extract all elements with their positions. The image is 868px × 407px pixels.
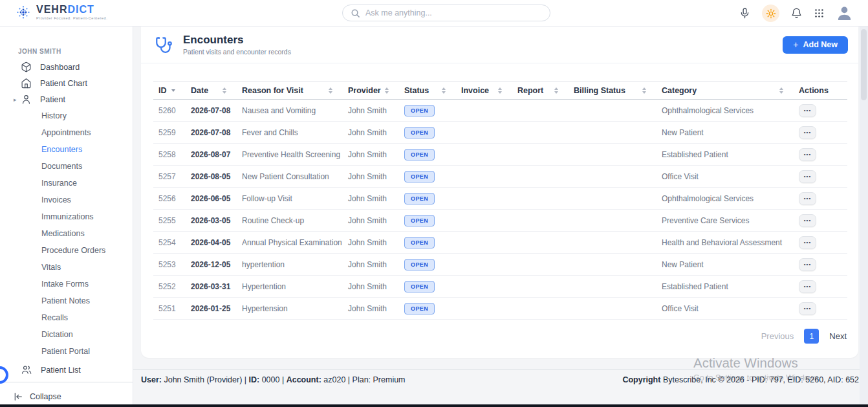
cell-id: 5258 bbox=[153, 144, 186, 166]
collapse-label: Collapse bbox=[30, 392, 61, 401]
cell-date: 2026-08-05 bbox=[186, 166, 237, 188]
sidebar-subitem-label: Invoices bbox=[41, 195, 71, 204]
row-actions-button[interactable]: ••• bbox=[799, 302, 816, 315]
ellipsis-icon: ••• bbox=[804, 305, 811, 311]
sidebar-item-dashboard[interactable]: Dashboard bbox=[0, 59, 133, 75]
cell-actions: ••• bbox=[794, 210, 847, 232]
column-header[interactable]: Date bbox=[186, 82, 237, 100]
cell-date: 2026-04-05 bbox=[186, 232, 237, 254]
cube-icon bbox=[21, 61, 32, 72]
column-header[interactable]: Report bbox=[512, 82, 569, 100]
cell-invoice bbox=[456, 100, 512, 122]
sidebar-item-patient-list[interactable]: Patient List bbox=[0, 362, 133, 378]
cell-date: 2026-06-05 bbox=[186, 188, 237, 210]
sidebar-subitem[interactable]: Vitals bbox=[0, 259, 133, 276]
pagination: Previous 1 Next bbox=[141, 329, 847, 344]
sidebar-subitem[interactable]: Patient Portal bbox=[0, 343, 133, 360]
column-header[interactable]: Invoice bbox=[456, 82, 512, 100]
table-row: 5259 2026-07-08 Fever and Chills John Sm… bbox=[153, 122, 847, 144]
sidebar-subitem[interactable]: History bbox=[0, 107, 133, 124]
row-actions-button[interactable]: ••• bbox=[799, 280, 816, 293]
sidebar-subitem-label: Intake Forms bbox=[41, 280, 89, 289]
search-input[interactable] bbox=[365, 8, 542, 17]
cell-provider: John Smith bbox=[343, 144, 399, 166]
cell-category: New Patient bbox=[656, 254, 794, 276]
sidebar-subitem[interactable]: Intake Forms bbox=[0, 276, 133, 292]
ellipsis-icon: ••• bbox=[804, 283, 811, 289]
microphone-icon[interactable] bbox=[739, 6, 751, 21]
pagination-page-1[interactable]: 1 bbox=[804, 329, 819, 344]
sidebar-subitem[interactable]: Dictation bbox=[0, 326, 133, 343]
sidebar-subitem[interactable]: Encounters bbox=[0, 141, 133, 158]
ellipsis-icon: ••• bbox=[804, 151, 811, 157]
column-header[interactable]: Reason for Visit bbox=[237, 82, 343, 100]
user-avatar[interactable] bbox=[836, 5, 853, 22]
status-badge: OPEN bbox=[404, 215, 435, 226]
column-header[interactable]: Billing Status bbox=[569, 82, 656, 100]
cell-actions: ••• bbox=[794, 144, 847, 166]
table-header-row: ID Date bbox=[153, 82, 847, 100]
sidebar-item-patient-chart[interactable]: Patient Chart bbox=[0, 75, 133, 91]
row-actions-button[interactable]: ••• bbox=[799, 236, 816, 249]
row-actions-button[interactable]: ••• bbox=[799, 104, 816, 117]
pagination-previous[interactable]: Previous bbox=[761, 331, 794, 341]
sidebar-subitem[interactable]: Documents bbox=[0, 158, 133, 175]
sidebar-item-label: Patient List bbox=[41, 366, 81, 375]
sidebar: JOHN SMITH Dashboard Patient Chart ▸ Pat… bbox=[0, 27, 133, 404]
cell-invoice bbox=[456, 122, 512, 144]
cell-billing-status bbox=[569, 276, 656, 298]
sidebar-item-patient[interactable]: ▸ Patient bbox=[0, 91, 133, 107]
row-actions-button[interactable]: ••• bbox=[799, 192, 816, 205]
status-badge: OPEN bbox=[404, 171, 435, 182]
cell-category: Ophthalmological Services bbox=[656, 100, 794, 122]
sidebar-subitem[interactable]: Immunizations bbox=[0, 208, 133, 225]
row-actions-button[interactable]: ••• bbox=[799, 148, 816, 161]
cell-invoice bbox=[456, 232, 512, 254]
cell-status: OPEN bbox=[399, 144, 456, 166]
pagination-next[interactable]: Next bbox=[829, 331, 847, 341]
window-bottom-edge bbox=[0, 404, 868, 407]
sidebar-item-label: Patient bbox=[40, 95, 65, 104]
status-badge: OPEN bbox=[404, 193, 435, 204]
cell-provider: John Smith bbox=[343, 122, 399, 144]
ellipsis-icon: ••• bbox=[804, 107, 811, 113]
sidebar-subitem-label: Recalls bbox=[41, 313, 68, 322]
collapse-button[interactable]: Collapse bbox=[0, 382, 133, 402]
sidebar-subitem[interactable]: Patient Notes bbox=[0, 292, 133, 309]
cell-status: OPEN bbox=[399, 188, 456, 210]
stethoscope-icon bbox=[155, 36, 173, 54]
cell-invoice bbox=[456, 188, 512, 210]
collapse-icon bbox=[13, 391, 23, 402]
cell-report bbox=[512, 254, 569, 276]
column-header[interactable]: Actions bbox=[794, 82, 847, 100]
vertical-scrollbar-thumb[interactable] bbox=[861, 29, 867, 100]
sidebar-subitem[interactable]: Invoices bbox=[0, 192, 133, 208]
row-actions-button[interactable]: ••• bbox=[799, 126, 816, 139]
theme-sun-icon[interactable] bbox=[762, 5, 779, 22]
add-new-button[interactable]: + Add New bbox=[783, 36, 848, 54]
row-actions-button[interactable]: ••• bbox=[799, 170, 816, 183]
cell-billing-status bbox=[569, 298, 656, 320]
encounters-table: ID Date bbox=[153, 81, 847, 320]
sidebar-subitem[interactable]: Appointments bbox=[0, 124, 133, 141]
sidebar-subitem[interactable]: Insurance bbox=[0, 175, 133, 192]
row-actions-button[interactable]: ••• bbox=[799, 258, 816, 271]
column-header[interactable]: Category bbox=[656, 82, 794, 100]
brand-logo[interactable]: VEHRDICT Provider Focused. Patient-Cente… bbox=[16, 4, 107, 21]
table-row: 5254 2026-04-05 Annual Physical Examinat… bbox=[153, 232, 847, 254]
cell-category: Office Visit bbox=[656, 298, 794, 320]
cell-billing-status bbox=[569, 100, 656, 122]
column-header[interactable]: ID bbox=[153, 82, 186, 100]
sidebar-subitem[interactable]: Recalls bbox=[0, 309, 133, 326]
column-header[interactable]: Status bbox=[399, 82, 456, 100]
notifications-bell-icon[interactable] bbox=[790, 6, 803, 20]
row-actions-button[interactable]: ••• bbox=[799, 214, 816, 227]
sidebar-subitem[interactable]: Procedure Orders bbox=[0, 242, 133, 259]
cell-date: 2026-01-25 bbox=[186, 298, 237, 320]
sidebar-subitem[interactable]: Medications bbox=[0, 225, 133, 242]
column-header[interactable]: Provider bbox=[343, 82, 399, 100]
cell-actions: ••• bbox=[794, 276, 847, 298]
apps-grid-icon[interactable] bbox=[814, 8, 825, 19]
cell-category: Established Patient bbox=[656, 276, 794, 298]
table-row: 5255 2026-03-05 Routine Check-up John Sm… bbox=[153, 210, 847, 232]
